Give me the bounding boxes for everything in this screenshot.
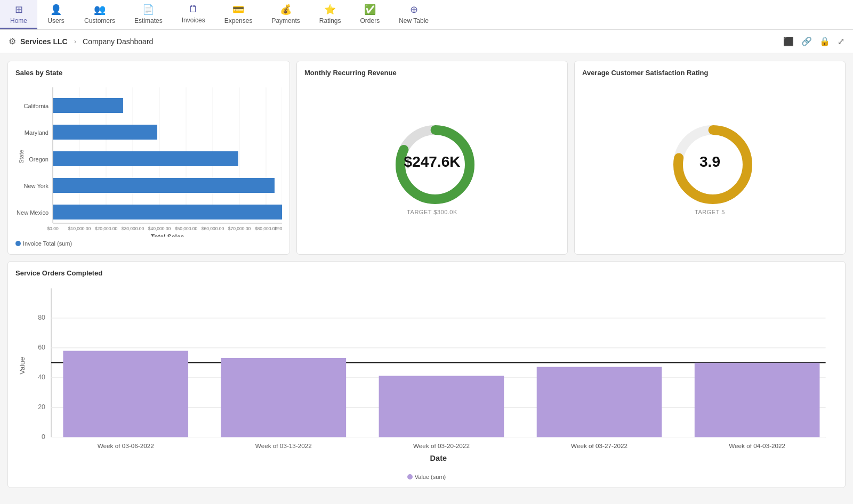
nav-item-expenses[interactable]: 💳 Expenses: [215, 0, 262, 29]
svg-text:New York: New York: [24, 183, 49, 189]
nav-item-users[interactable]: 👤 Users: [37, 0, 75, 29]
mrr-card: Monthly Recurring Revenue $247.6K TARGET…: [296, 61, 568, 255]
svg-text:Week of 04-03-2022: Week of 04-03-2022: [729, 442, 785, 449]
svg-text:$20,000.00: $20,000.00: [95, 226, 118, 231]
svg-text:$50,000.00: $50,000.00: [175, 226, 198, 231]
nav-label-payments: Payments: [271, 17, 300, 25]
top-charts-row: Sales by State Cali: [7, 61, 846, 255]
nav-icon-users: 👤: [50, 4, 62, 15]
nav-icon-new-table: ⊕: [410, 4, 418, 15]
mrr-donut-container: $247.6K TARGET $300.0K: [304, 82, 560, 247]
satisfaction-donut: 3.9: [667, 119, 753, 205]
mrr-title: Monthly Recurring Revenue: [304, 69, 560, 77]
nav-label-users: Users: [47, 17, 64, 25]
bar-week2: [221, 358, 347, 437]
page-title: Company Dashboard: [83, 37, 153, 46]
svg-text:Week of 03-06-2022: Week of 03-06-2022: [98, 442, 154, 449]
svg-text:Week of 03-20-2022: Week of 03-20-2022: [413, 442, 470, 449]
nav-item-orders[interactable]: ✅ Orders: [350, 0, 389, 29]
svg-text:$80,000.00: $80,000.00: [255, 226, 278, 231]
sales-by-state-chart: California Maryland Oregon New York New …: [15, 82, 282, 247]
service-orders-card: Service Orders Completed 0 20 40 60 80: [7, 261, 846, 488]
breadcrumb-bar: ⚙ Services LLC › Company Dashboard ⬛ 🔗 🔒…: [0, 30, 853, 53]
breadcrumb-left: ⚙ Services LLC › Company Dashboard: [9, 36, 153, 46]
svg-text:Maryland: Maryland: [25, 129, 49, 136]
svg-text:New Mexico: New Mexico: [17, 209, 49, 216]
svg-text:$10,000.00: $10,000.00: [68, 226, 91, 231]
nav-item-home[interactable]: ⊞ Home: [0, 0, 37, 29]
svg-text:Week of 03-27-2022: Week of 03-27-2022: [571, 442, 627, 449]
nav-item-payments[interactable]: 💰 Payments: [262, 0, 309, 29]
bar-chart-legend: Invoice Total (sum): [15, 240, 282, 247]
nav-label-new-table: New Table: [399, 17, 429, 25]
top-navigation: ⊞ Home 👤 Users 👥 Customers 📄 Estimates 🗒…: [0, 0, 853, 30]
svg-text:$70,000.00: $70,000.00: [228, 226, 251, 231]
bar-week1: [63, 351, 188, 437]
bar-week5: [695, 363, 820, 437]
legend-label-invoice: Invoice Total (sum): [23, 240, 72, 247]
svg-text:$90,...: $90,...: [275, 226, 282, 231]
svg-text:Date: Date: [430, 454, 447, 462]
nav-label-estimates: Estimates: [134, 17, 163, 25]
main-content: Sales by State Cali: [0, 53, 853, 504]
nav-label-ratings: Ratings: [319, 17, 341, 25]
monitor-icon[interactable]: ⬛: [783, 36, 794, 46]
bar-newyork: [53, 178, 275, 193]
svg-text:Week of 03-13-2022: Week of 03-13-2022: [255, 442, 312, 449]
bar-newmexico: [53, 205, 282, 220]
svg-text:State: State: [18, 150, 25, 164]
nav-item-customers[interactable]: 👥 Customers: [75, 0, 125, 29]
svg-text:60: 60: [38, 344, 45, 351]
service-orders-chart: 0 20 40 60 80 Value Week of 03-06-2022 W…: [15, 282, 838, 480]
nav-icon-invoices: 🗒: [189, 4, 198, 15]
bar-week3: [379, 376, 504, 437]
service-orders-title: Service Orders Completed: [15, 269, 838, 277]
lock-icon[interactable]: 🔒: [819, 36, 830, 46]
svg-text:0: 0: [42, 433, 45, 441]
satisfaction-title: Average Customer Satisfaction Rating: [582, 69, 838, 77]
breadcrumb-actions: ⬛ 🔗 🔒 ⤢: [783, 36, 844, 46]
nav-item-new-table[interactable]: ⊕ New Table: [389, 0, 438, 29]
nav-label-invoices: Invoices: [182, 17, 205, 24]
nav-icon-home: ⊞: [15, 4, 23, 15]
sales-by-state-card: Sales by State Cali: [7, 61, 290, 255]
expand-icon[interactable]: ⤢: [838, 36, 844, 46]
svg-text:California: California: [24, 103, 49, 109]
svg-text:$0.00: $0.00: [47, 226, 59, 231]
bar-week4: [537, 367, 662, 437]
service-orders-legend: Value (sum): [15, 474, 838, 480]
bar-california: [53, 98, 123, 113]
nav-icon-payments: 💰: [280, 4, 292, 15]
mrr-value: $247.6K: [404, 153, 461, 170]
settings-icon[interactable]: ⚙: [9, 36, 16, 46]
svg-text:$40,000.00: $40,000.00: [148, 226, 171, 231]
mrr-donut: $247.6K: [390, 119, 475, 205]
svg-text:80: 80: [38, 314, 45, 321]
nav-label-orders: Orders: [360, 17, 380, 25]
bar-oregon: [53, 151, 238, 166]
nav-item-estimates[interactable]: 📄 Estimates: [125, 0, 172, 29]
svg-text:Oregon: Oregon: [29, 156, 49, 162]
satisfaction-donut-container: 3.9 TARGET 5: [582, 82, 838, 247]
nav-label-expenses: Expenses: [224, 17, 253, 25]
nav-icon-expenses: 💳: [232, 4, 244, 15]
nav-item-ratings[interactable]: ⭐ Ratings: [310, 0, 351, 29]
nav-item-invoices[interactable]: 🗒 Invoices: [172, 0, 215, 29]
company-name: Services LLC: [20, 37, 68, 46]
nav-icon-customers: 👥: [94, 4, 106, 15]
svg-text:$30,000.00: $30,000.00: [122, 226, 144, 231]
service-orders-svg: 0 20 40 60 80 Value Week of 03-06-2022 W…: [15, 282, 838, 473]
svg-text:Value: Value: [18, 357, 26, 375]
share-icon[interactable]: 🔗: [801, 36, 812, 46]
svg-text:$60,000.00: $60,000.00: [202, 226, 224, 231]
satisfaction-value: 3.9: [699, 153, 720, 170]
sales-by-state-title: Sales by State: [15, 69, 282, 77]
legend-dot-value: [407, 474, 413, 479]
nav-label-customers: Customers: [84, 17, 115, 25]
legend-label-value: Value (sum): [415, 474, 446, 480]
nav-label-home: Home: [10, 17, 27, 25]
sales-by-state-svg: California Maryland Oregon New York New …: [15, 82, 282, 237]
satisfaction-card: Average Customer Satisfaction Rating 3.9…: [574, 61, 846, 255]
nav-icon-estimates: 📄: [142, 4, 154, 15]
svg-text:Total Sales: Total Sales: [151, 233, 184, 237]
